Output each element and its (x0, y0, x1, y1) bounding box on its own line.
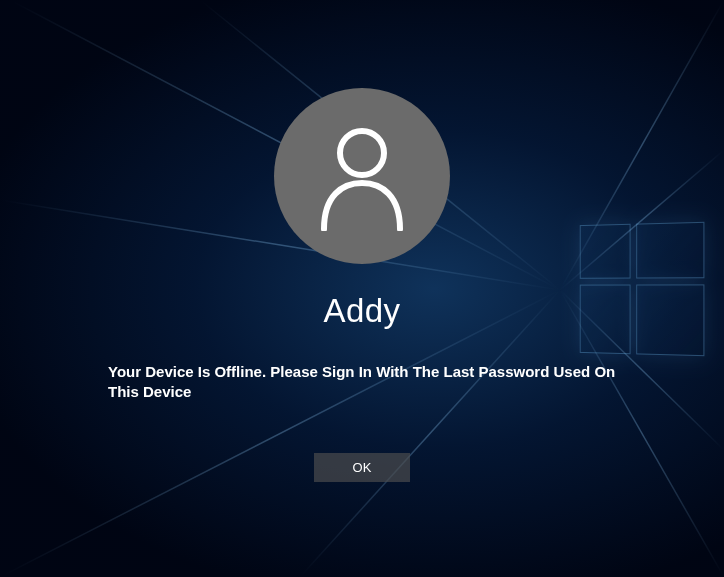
user-avatar (274, 88, 450, 264)
login-panel: Addy Your Device Is Offline. Please Sign… (0, 0, 724, 577)
username-label: Addy (323, 292, 400, 330)
svg-point-9 (340, 131, 384, 175)
status-message: Your Device Is Offline. Please Sign In W… (102, 362, 622, 403)
person-icon (312, 121, 412, 231)
ok-button[interactable]: OK (314, 453, 410, 482)
